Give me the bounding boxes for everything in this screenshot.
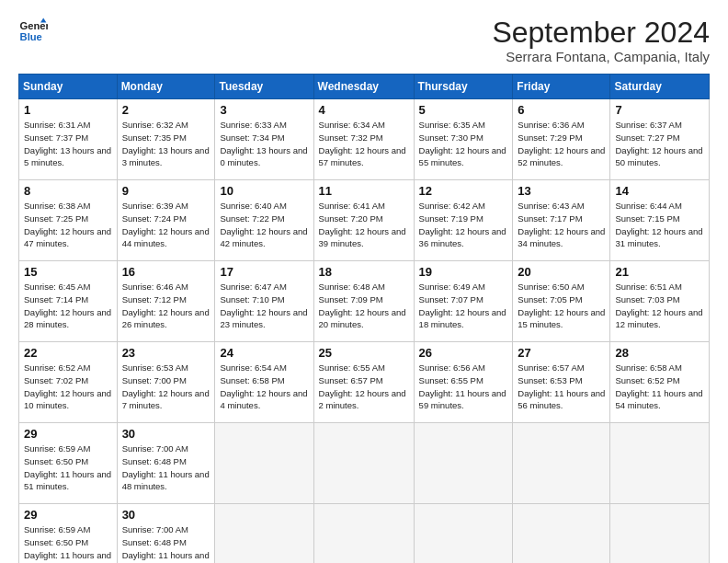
table-row <box>610 423 710 504</box>
day-number: 12 <box>419 184 508 198</box>
table-row: 18 Sunrise: 6:48 AMSunset: 7:09 PMDaylig… <box>313 261 414 342</box>
table-row: 15 Sunrise: 6:45 AMSunset: 7:14 PMDaylig… <box>19 261 118 342</box>
day-info: Sunrise: 6:35 AMSunset: 7:30 PMDaylight:… <box>419 120 506 167</box>
day-info: Sunrise: 6:44 AMSunset: 7:15 PMDaylight:… <box>615 201 702 248</box>
day-info: Sunrise: 6:33 AMSunset: 7:34 PMDaylight:… <box>220 120 307 167</box>
day-number: 13 <box>518 184 605 198</box>
header-row: Sunday Monday Tuesday Wednesday Thursday… <box>19 75 710 99</box>
table-row: 13 Sunrise: 6:43 AMSunset: 7:17 PMDaylig… <box>513 180 610 261</box>
table-row: 8 Sunrise: 6:38 AMSunset: 7:25 PMDayligh… <box>19 180 118 261</box>
table-row <box>414 504 513 563</box>
day-info: Sunrise: 6:50 AMSunset: 7:05 PMDaylight:… <box>518 282 605 329</box>
table-row: 10 Sunrise: 6:40 AMSunset: 7:22 PMDaylig… <box>215 180 313 261</box>
day-info: Sunrise: 6:39 AMSunset: 7:24 PMDaylight:… <box>122 201 210 248</box>
table-row <box>313 423 414 504</box>
table-row: 26 Sunrise: 6:56 AMSunset: 6:55 PMDaylig… <box>414 342 513 423</box>
table-row: 23 Sunrise: 6:53 AMSunset: 7:00 PMDaylig… <box>117 342 215 423</box>
table-row: 19 Sunrise: 6:49 AMSunset: 7:07 PMDaylig… <box>414 261 513 342</box>
day-number: 29 <box>24 427 112 441</box>
table-row <box>215 504 313 563</box>
table-row: 9 Sunrise: 6:39 AMSunset: 7:24 PMDayligh… <box>117 180 215 261</box>
day-number: 6 <box>518 103 605 117</box>
day-info: Sunrise: 6:59 AMSunset: 6:50 PMDaylight:… <box>24 524 111 563</box>
table-row: 20 Sunrise: 6:50 AMSunset: 7:05 PMDaylig… <box>513 261 610 342</box>
header: General Blue September 2024 Serrara Font… <box>18 17 710 64</box>
day-number: 29 <box>24 508 112 522</box>
table-row: 30 Sunrise: 7:00 AMSunset: 6:48 PMDaylig… <box>117 504 215 563</box>
svg-text:Blue: Blue <box>20 31 42 42</box>
day-info: Sunrise: 6:55 AMSunset: 6:57 PMDaylight:… <box>319 362 406 410</box>
day-info: Sunrise: 7:00 AMSunset: 6:48 PMDaylight:… <box>122 443 210 491</box>
table-row: 12 Sunrise: 6:42 AMSunset: 7:19 PMDaylig… <box>414 180 513 261</box>
day-number: 27 <box>518 346 605 360</box>
table-row: 11 Sunrise: 6:41 AMSunset: 7:20 PMDaylig… <box>313 180 414 261</box>
day-info: Sunrise: 6:58 AMSunset: 6:52 PMDaylight:… <box>615 362 702 410</box>
day-number: 9 <box>122 184 210 198</box>
day-number: 14 <box>615 184 704 198</box>
table-row: 2 Sunrise: 6:32 AMSunset: 7:35 PMDayligh… <box>117 99 215 180</box>
day-number: 8 <box>24 184 112 198</box>
table-row: 21 Sunrise: 6:51 AMSunset: 7:03 PMDaylig… <box>610 261 710 342</box>
day-number: 10 <box>220 184 308 198</box>
day-number: 2 <box>122 103 210 117</box>
day-info: Sunrise: 7:00 AMSunset: 6:48 PMDaylight:… <box>122 524 210 563</box>
table-row <box>513 423 610 504</box>
table-row: 27 Sunrise: 6:57 AMSunset: 6:53 PMDaylig… <box>513 342 610 423</box>
day-info: Sunrise: 6:51 AMSunset: 7:03 PMDaylight:… <box>615 282 702 329</box>
table-row: 30 Sunrise: 7:00 AMSunset: 6:48 PMDaylig… <box>117 423 215 504</box>
month-title: September 2024 <box>492 17 710 49</box>
day-info: Sunrise: 6:54 AMSunset: 6:58 PMDaylight:… <box>220 362 307 410</box>
day-info: Sunrise: 6:34 AMSunset: 7:32 PMDaylight:… <box>319 120 406 167</box>
day-number: 5 <box>419 103 508 117</box>
day-info: Sunrise: 6:37 AMSunset: 7:27 PMDaylight:… <box>615 120 702 167</box>
page: General Blue September 2024 Serrara Font… <box>0 0 728 563</box>
table-row: 4 Sunrise: 6:34 AMSunset: 7:32 PMDayligh… <box>313 99 414 180</box>
day-number: 15 <box>24 265 112 279</box>
day-info: Sunrise: 6:49 AMSunset: 7:07 PMDaylight:… <box>419 282 506 329</box>
day-number: 3 <box>220 103 308 117</box>
day-number: 19 <box>419 265 508 279</box>
table-row: 17 Sunrise: 6:47 AMSunset: 7:10 PMDaylig… <box>215 261 313 342</box>
table-row: 29 Sunrise: 6:59 AMSunset: 6:50 PMDaylig… <box>19 423 118 504</box>
day-number: 18 <box>319 265 409 279</box>
table-row: 25 Sunrise: 6:55 AMSunset: 6:57 PMDaylig… <box>313 342 414 423</box>
title-area: September 2024 Serrara Fontana, Campania… <box>492 17 710 64</box>
table-row: 28 Sunrise: 6:58 AMSunset: 6:52 PMDaylig… <box>610 342 710 423</box>
day-number: 22 <box>24 346 112 360</box>
day-number: 30 <box>122 508 210 522</box>
table-row <box>215 423 313 504</box>
day-info: Sunrise: 6:31 AMSunset: 7:37 PMDaylight:… <box>24 120 111 167</box>
day-info: Sunrise: 6:40 AMSunset: 7:22 PMDaylight:… <box>220 201 307 248</box>
calendar-table: Sunday Monday Tuesday Wednesday Thursday… <box>18 74 710 563</box>
day-info: Sunrise: 6:46 AMSunset: 7:12 PMDaylight:… <box>122 282 210 329</box>
table-row: 29 Sunrise: 6:59 AMSunset: 6:50 PMDaylig… <box>19 504 118 563</box>
day-number: 7 <box>615 103 704 117</box>
day-info: Sunrise: 6:59 AMSunset: 6:50 PMDaylight:… <box>24 443 111 491</box>
location-title: Serrara Fontana, Campania, Italy <box>492 49 710 64</box>
table-row: 16 Sunrise: 6:46 AMSunset: 7:12 PMDaylig… <box>117 261 215 342</box>
day-number: 17 <box>220 265 308 279</box>
day-info: Sunrise: 6:48 AMSunset: 7:09 PMDaylight:… <box>319 282 406 329</box>
day-number: 11 <box>319 184 409 198</box>
day-number: 28 <box>615 346 704 360</box>
day-number: 16 <box>122 265 210 279</box>
day-number: 20 <box>518 265 605 279</box>
table-row: 24 Sunrise: 6:54 AMSunset: 6:58 PMDaylig… <box>215 342 313 423</box>
col-saturday: Saturday <box>610 75 710 99</box>
table-row: 6 Sunrise: 6:36 AMSunset: 7:29 PMDayligh… <box>513 99 610 180</box>
day-info: Sunrise: 6:45 AMSunset: 7:14 PMDaylight:… <box>24 282 111 329</box>
day-number: 4 <box>319 103 409 117</box>
table-row <box>414 423 513 504</box>
table-row: 5 Sunrise: 6:35 AMSunset: 7:30 PMDayligh… <box>414 99 513 180</box>
table-row: 3 Sunrise: 6:33 AMSunset: 7:34 PMDayligh… <box>215 99 313 180</box>
day-info: Sunrise: 6:38 AMSunset: 7:25 PMDaylight:… <box>24 201 111 248</box>
col-tuesday: Tuesday <box>215 75 313 99</box>
col-monday: Monday <box>117 75 215 99</box>
table-row: 1 Sunrise: 6:31 AMSunset: 7:37 PMDayligh… <box>19 99 118 180</box>
day-info: Sunrise: 6:57 AMSunset: 6:53 PMDaylight:… <box>518 362 605 410</box>
day-info: Sunrise: 6:56 AMSunset: 6:55 PMDaylight:… <box>419 362 506 410</box>
day-number: 25 <box>319 346 409 360</box>
day-number: 21 <box>615 265 704 279</box>
logo: General Blue <box>18 17 48 46</box>
table-row <box>313 504 414 563</box>
